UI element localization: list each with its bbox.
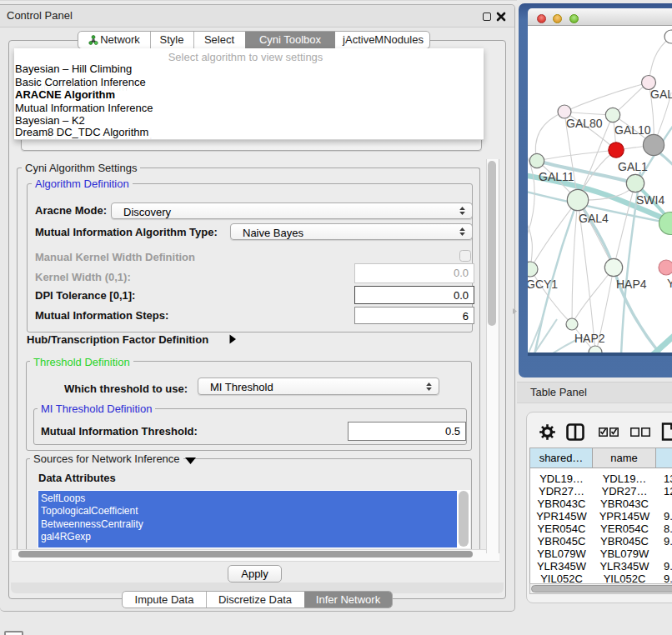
svg-text:Y: Y — [667, 277, 672, 290]
svg-text:SWI4: SWI4 — [636, 193, 664, 207]
svg-text:GAL4: GAL4 — [579, 212, 609, 225]
svg-text:HAP4: HAP4 — [616, 278, 647, 291]
svg-text:GAL80: GAL80 — [566, 117, 603, 130]
svg-text:GAL1: GAL1 — [618, 160, 648, 173]
svg-text:GAL10: GAL10 — [614, 123, 651, 137]
svg-text:GAL7: GAL7 — [650, 88, 672, 101]
svg-text:GCY1: GCY1 — [528, 278, 558, 291]
svg-text:HAP2: HAP2 — [574, 332, 605, 345]
svg-text:GAL11: GAL11 — [539, 170, 574, 183]
